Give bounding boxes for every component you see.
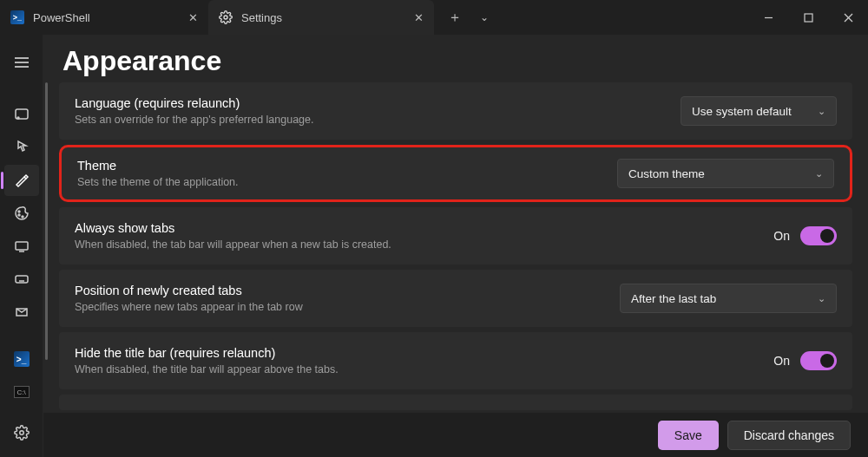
row-tab-position-desc: Specifies where new tabs appear in the t…: [75, 301, 602, 313]
close-icon[interactable]: ✕: [188, 11, 198, 24]
settings-list: Language (requires relaunch) Sets an ove…: [59, 82, 852, 410]
hamburger-icon[interactable]: [4, 47, 39, 78]
row-show-tabs[interactable]: Always show tabs When disabled, the tab …: [59, 207, 852, 264]
sidebar-item-color[interactable]: [4, 198, 39, 229]
row-hide-title-title: Hide the title bar (requires relaunch): [75, 346, 756, 360]
row-theme[interactable]: Theme Sets the theme of the application.…: [59, 145, 852, 202]
footer: Save Discard changes: [43, 412, 868, 457]
chevron-down-icon: ⌄: [815, 168, 823, 180]
page-title: Appearance: [62, 45, 221, 77]
svg-point-12: [22, 216, 23, 218]
row-partial[interactable]: [59, 395, 852, 410]
scrollbar[interactable]: [45, 82, 48, 360]
language-select-value: Use system default: [692, 105, 809, 118]
row-language-desc: Sets an override for the app's preferred…: [75, 114, 663, 126]
svg-point-11: [18, 214, 20, 216]
language-select[interactable]: Use system default ⌄: [681, 96, 837, 126]
tab-powershell-label: PowerShell: [33, 11, 180, 24]
show-tabs-state: On: [773, 229, 790, 243]
row-show-tabs-desc: When disabled, the tab bar will appear w…: [75, 238, 756, 251]
titlebar: >_ PowerShell ✕ Settings ✕ ＋ ⌄: [0, 0, 868, 35]
chevron-down-icon: ⌄: [818, 293, 825, 304]
maximize-button[interactable]: [788, 3, 828, 31]
sidebar-item-interaction[interactable]: [4, 132, 39, 163]
settings-gear-icon[interactable]: [4, 417, 39, 448]
svg-rect-15: [16, 276, 28, 283]
powershell-icon: >_: [10, 10, 24, 24]
sidebar-item-rendering[interactable]: [4, 231, 39, 262]
sidebar-item-ps-profile[interactable]: >_: [4, 343, 39, 375]
theme-select[interactable]: Custom theme ⌄: [617, 159, 834, 188]
show-tabs-toggle[interactable]: [800, 226, 837, 245]
sidebar-item-cmd-profile[interactable]: C:\: [4, 376, 39, 408]
sidebar-item-profiles[interactable]: [4, 297, 39, 328]
chevron-down-icon: ⌄: [818, 106, 825, 117]
save-button-label: Save: [674, 428, 702, 442]
row-tab-position[interactable]: Position of newly created tabs Specifies…: [59, 270, 852, 327]
tab-powershell[interactable]: >_ PowerShell ✕: [0, 0, 208, 35]
svg-point-0: [224, 16, 227, 19]
hide-title-state: On: [773, 354, 790, 368]
tab-position-value: After the last tab: [631, 292, 809, 305]
new-tab-area: ＋ ⌄: [434, 5, 505, 29]
row-language-title: Language (requires relaunch): [75, 96, 663, 110]
minimize-button[interactable]: [748, 3, 788, 31]
row-hide-title[interactable]: Hide the title bar (requires relaunch) W…: [59, 332, 852, 389]
tab-settings-label: Settings: [241, 11, 405, 24]
save-button[interactable]: Save: [658, 421, 719, 450]
sidebar: >_ C:\: [0, 35, 43, 457]
gear-icon: [219, 10, 233, 24]
sidebar-item-appearance[interactable]: [4, 165, 39, 196]
discard-button[interactable]: Discard changes: [727, 421, 851, 450]
svg-rect-13: [16, 242, 28, 250]
close-window-button[interactable]: [828, 3, 868, 31]
discard-button-label: Discard changes: [744, 428, 834, 442]
svg-point-10: [18, 211, 20, 212]
sidebar-item-actions[interactable]: [4, 264, 39, 295]
row-theme-desc: Sets the theme of the application.: [77, 176, 600, 188]
row-language[interactable]: Language (requires relaunch) Sets an ove…: [59, 82, 852, 140]
hide-title-toggle[interactable]: [800, 351, 837, 370]
row-hide-title-desc: When disabled, the title bar will appear…: [75, 363, 756, 375]
tab-position-select[interactable]: After the last tab ⌄: [620, 284, 837, 313]
new-tab-dropdown[interactable]: ⌄: [472, 5, 496, 29]
sidebar-item-startup[interactable]: [4, 99, 39, 130]
row-show-tabs-title: Always show tabs: [75, 221, 756, 235]
svg-point-20: [19, 431, 23, 435]
scroll-area: Language (requires relaunch) Sets an ove…: [43, 82, 868, 412]
row-tab-position-title: Position of newly created tabs: [75, 284, 602, 297]
svg-point-9: [17, 117, 19, 119]
tab-settings[interactable]: Settings ✕: [208, 0, 434, 35]
theme-select-value: Custom theme: [628, 167, 806, 180]
row-theme-title: Theme: [77, 159, 600, 173]
window-controls: [748, 3, 868, 31]
content-header: Appearance: [43, 35, 868, 82]
svg-rect-2: [805, 14, 812, 22]
new-tab-button[interactable]: ＋: [443, 5, 467, 29]
close-icon[interactable]: ✕: [414, 11, 424, 24]
content: Appearance Language (requires relaunch) …: [43, 35, 868, 457]
